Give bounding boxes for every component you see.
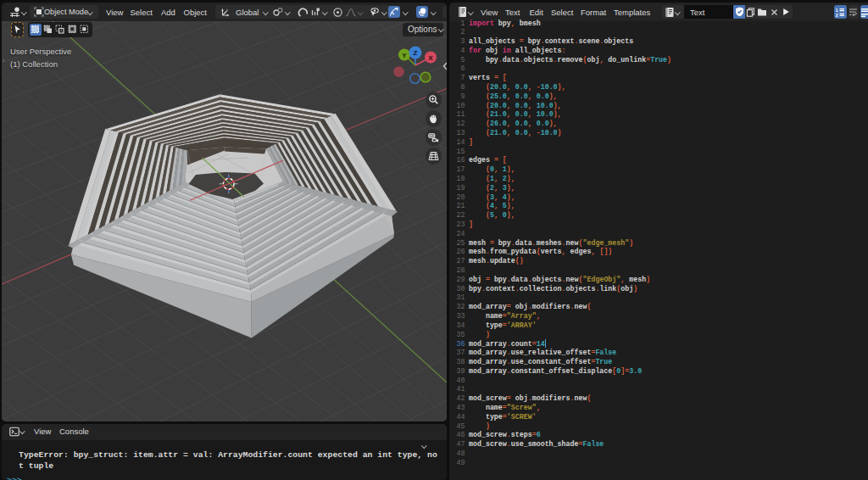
svg-text:2: 2: [836, 12, 838, 16]
svg-text:Z: Z: [414, 49, 418, 57]
svg-text:X: X: [428, 54, 433, 62]
svg-text:Y: Y: [402, 52, 407, 59]
